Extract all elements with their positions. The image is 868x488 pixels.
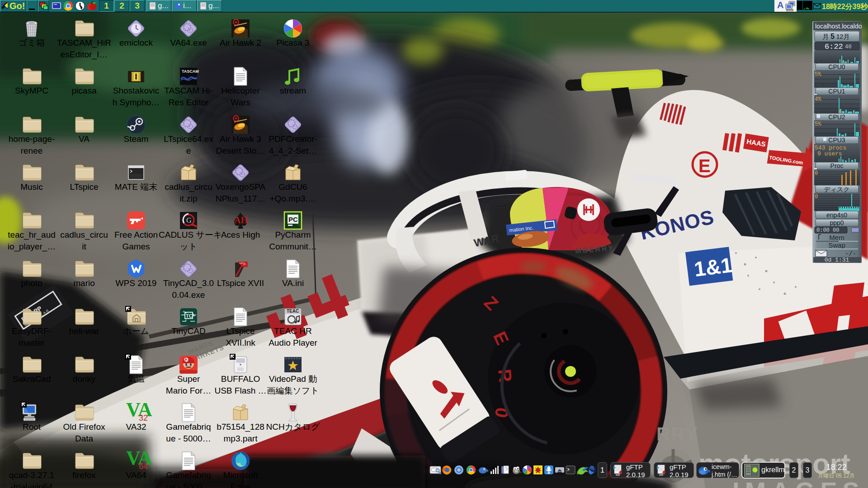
svg-text:CPU3: CPU3 <box>828 136 845 144</box>
svg-text:6:22: 6:22 <box>825 42 843 51</box>
svg-text:0: 0 <box>815 194 818 200</box>
svg-text:Mem: Mem <box>829 234 844 241</box>
svg-text:5%: 5% <box>815 71 821 78</box>
svg-text:CPU0: CPU0 <box>828 63 845 70</box>
svg-text:Go!: Go! <box>9 1 25 11</box>
svg-text:ppp0: ppp0 <box>830 219 844 226</box>
svg-text:40: 40 <box>845 44 851 50</box>
svg-text:9 users: 9 users <box>817 150 842 157</box>
svg-text:Swap: Swap <box>828 241 845 249</box>
svg-text:enp4s0: enp4s0 <box>826 211 847 219</box>
svg-text:ディスク: ディスク <box>824 186 849 193</box>
svg-text:0:00 00: 0:00 00 <box>816 227 839 234</box>
svg-text:E: E <box>698 156 711 176</box>
svg-text:4%: 4% <box>815 96 821 103</box>
svg-text:0: 0 <box>815 170 818 177</box>
svg-text:1&1: 1&1 <box>693 253 733 281</box>
svg-text:Proc: Proc <box>830 162 844 169</box>
svg-text:月 5 12月: 月 5 12月 <box>822 33 849 40</box>
svg-text:0d 1:31: 0d 1:31 <box>825 257 849 263</box>
svg-text:localhost.localdo: localhost.localdo <box>815 23 862 30</box>
svg-text:CPU1: CPU1 <box>828 88 845 95</box>
svg-text:5%: 5% <box>815 121 821 127</box>
svg-text:CPU2: CPU2 <box>828 113 845 121</box>
svg-text:RRY: RRY <box>656 423 698 445</box>
